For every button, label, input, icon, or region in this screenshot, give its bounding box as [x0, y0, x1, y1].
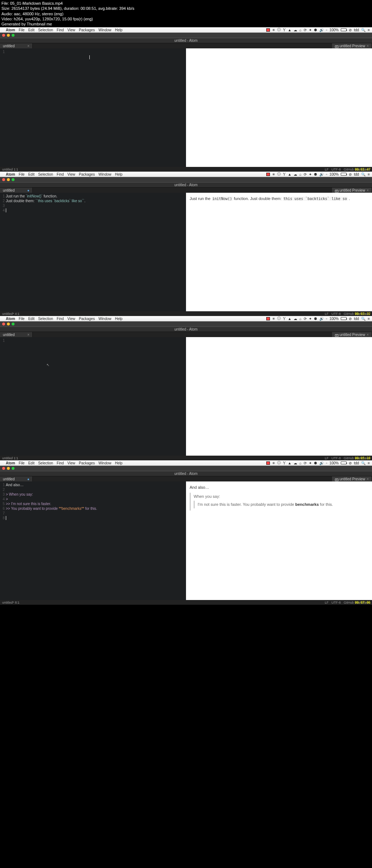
battery-icon[interactable] — [341, 28, 347, 31]
tab-preview[interactable]: M untitled Preview× — [332, 476, 372, 481]
menu-edit[interactable]: Edit — [28, 28, 35, 32]
sync-icon[interactable]: ⟳ — [304, 28, 307, 32]
line-gutter: 1 — [0, 48, 6, 167]
close-icon[interactable]: × — [27, 44, 29, 48]
tray-icon[interactable]: ⊘ — [349, 28, 352, 32]
menu-selection[interactable]: Selection — [38, 28, 53, 32]
tab-preview[interactable]: M untitled Preview× — [332, 332, 372, 337]
thumbnail-4: AtomFileEditSelectionFindViewPackagesWin… — [0, 460, 372, 605]
menu-file[interactable]: File — [19, 28, 25, 32]
markdown-preview — [186, 48, 372, 167]
clock[interactable]: tdd — [354, 28, 359, 32]
volume-icon[interactable]: 🔊 — [319, 28, 324, 32]
cloud-icon[interactable]: ▲ — [288, 28, 291, 32]
spotlight-icon[interactable]: 🔍 — [361, 28, 365, 32]
tray-icon[interactable]: ☁︎ — [294, 28, 297, 32]
zoom-window[interactable] — [12, 34, 15, 37]
tray-icon[interactable]: ✳︎ — [272, 28, 275, 32]
status-left: untitled 1:1 — [2, 168, 18, 171]
window-controls — [0, 33, 372, 38]
cursor-arrow-icon: ↖ — [46, 363, 49, 367]
home-icon[interactable]: ⌂ — [299, 28, 302, 32]
record-icon[interactable] — [266, 28, 270, 32]
menu-find[interactable]: Find — [57, 28, 64, 32]
mac-menubar: Atom File Edit Selection Find View Packa… — [0, 27, 372, 33]
tray-icon[interactable]: ✦ — [309, 28, 312, 32]
wifi-icon[interactable]: ⚉ — [314, 28, 317, 32]
modified-icon: ● — [27, 188, 29, 192]
tab-untitled[interactable]: untitled● — [0, 476, 33, 481]
thumbnail-2: AtomFileEditSelectionFindViewPackagesWin… — [0, 172, 372, 316]
display-icon[interactable]: ▫ — [326, 28, 327, 32]
thumbnail-3: AtomFileEditSelectionFindViewPackagesWin… — [0, 316, 372, 460]
tab-untitled[interactable]: untitled× — [0, 43, 33, 48]
app-name-menu[interactable]: Atom — [6, 28, 15, 32]
menu-view[interactable]: View — [68, 28, 76, 32]
menu-icon[interactable]: ≡ — [368, 28, 370, 32]
editor-pane[interactable]: 1234 Just run the `initNow()` function. … — [0, 193, 186, 311]
timestamp: 00:05:18 — [355, 456, 371, 460]
timestamp: 00:01:47 — [355, 168, 371, 171]
window-title: untitled - Atom — [0, 38, 372, 43]
close-window[interactable] — [2, 34, 5, 37]
tab-untitled[interactable]: untitled× — [0, 332, 33, 337]
timestamp: 00:07:06 — [355, 601, 371, 604]
close-icon[interactable]: × — [367, 44, 369, 48]
tab-untitled[interactable]: untitled● — [0, 188, 33, 193]
editor-pane[interactable]: 1 ↖ — [0, 337, 186, 456]
tab-bar: untitled× M untitled Preview× — [0, 43, 372, 48]
markdown-preview: And also… When you say: I'm not sure thi… — [186, 481, 372, 600]
status-bar: untitled 1:1 LFUTF-8GitHub Markdown — [0, 167, 372, 172]
markdown-preview: Just run the initNow() function. Just do… — [186, 193, 372, 311]
menu-window[interactable]: Window — [98, 28, 112, 32]
file-metadata: File: 05_01-Markdown Basics.mp4 Size: 26… — [0, 0, 372, 27]
battery-pct: 100% — [329, 28, 339, 32]
thumbnail-1: Atom File Edit Selection Find View Packa… — [0, 27, 372, 172]
menu-help[interactable]: Help — [115, 28, 123, 32]
tray-icon[interactable]: Ⲩ — [283, 28, 286, 32]
tab-preview[interactable]: M untitled Preview× — [332, 43, 372, 48]
tray-icon[interactable]: ⓘ — [277, 27, 281, 32]
editor-pane[interactable]: 1 — [0, 48, 186, 167]
tab-preview[interactable]: M untitled Preview× — [332, 188, 372, 193]
minimize-window[interactable] — [7, 34, 10, 37]
editor-pane[interactable]: 12345678 And also… > When you say: > >> … — [0, 481, 186, 600]
menu-packages[interactable]: Packages — [79, 28, 95, 32]
timestamp: 00:03:32 — [355, 312, 371, 316]
markdown-preview — [186, 337, 372, 456]
